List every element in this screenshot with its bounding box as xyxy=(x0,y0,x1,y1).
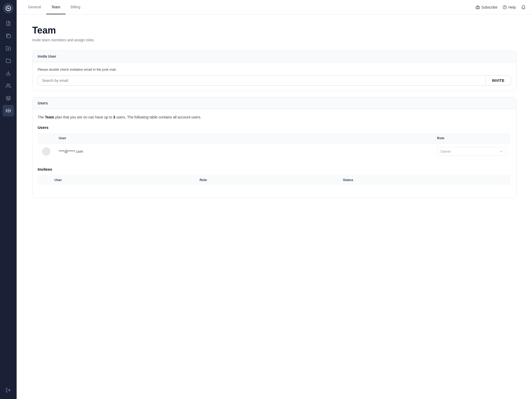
help-label: Help xyxy=(508,5,516,9)
users-table-label: Users xyxy=(38,125,511,130)
col-header-inv-role: Role xyxy=(195,175,339,185)
tab-team[interactable]: Team xyxy=(46,0,65,14)
invitees-label: Invitees xyxy=(38,167,511,171)
role-value: Owner xyxy=(441,149,451,154)
invite-user-card: Invite User Please double check invitati… xyxy=(32,50,516,91)
sidebar-item-files[interactable] xyxy=(3,30,14,42)
notifications-button[interactable] xyxy=(521,5,526,10)
subscribe-icon xyxy=(476,5,480,9)
svg-rect-10 xyxy=(476,6,479,9)
invite-card-body: Please double check invitation email in … xyxy=(32,62,516,91)
sidebar-item-logout[interactable] xyxy=(3,384,14,396)
users-card: Users The Team plan that you are on can … xyxy=(32,97,516,198)
main-content: General Team Billing Subscribe xyxy=(17,0,532,399)
sidebar-item-folder[interactable] xyxy=(3,55,14,66)
col-header-inv-user: User xyxy=(50,175,196,185)
svg-marker-7 xyxy=(6,96,11,98)
sidebar-item-add-folder[interactable] xyxy=(3,43,14,54)
user-avatar-cell xyxy=(38,143,55,160)
invite-card-header: Invite User xyxy=(32,51,516,62)
user-email-cell: ****@*****.com xyxy=(55,143,433,160)
svg-point-6 xyxy=(7,84,9,86)
sidebar-bottom xyxy=(3,384,14,396)
user-role-cell: Owner xyxy=(433,143,511,160)
sidebar-item-layers[interactable] xyxy=(3,92,14,104)
col-header-avatar xyxy=(38,133,55,143)
col-header-inv-status: Status xyxy=(339,175,511,185)
table-row: ****@*****.com Owner xyxy=(38,143,511,160)
avatar xyxy=(42,147,50,156)
sidebar-item-settings[interactable] xyxy=(3,105,14,116)
page-subtitle: Invite team members and assign roles. xyxy=(32,38,516,42)
topnav-tabs: General Team Billing xyxy=(23,0,85,14)
users-description: The Team plan that you are on can have u… xyxy=(38,114,511,120)
role-dropdown[interactable]: Owner xyxy=(437,147,507,156)
page-title: Team xyxy=(32,25,516,36)
col-header-role: Role xyxy=(433,133,511,143)
sidebar-item-team[interactable] xyxy=(3,80,14,91)
sidebar-item-new-file[interactable] xyxy=(3,18,14,29)
app-logo[interactable] xyxy=(3,3,14,14)
chevron-down-icon xyxy=(500,150,503,153)
invitees-table: User Role Status xyxy=(38,175,511,185)
tab-billing[interactable]: Billing xyxy=(65,0,85,14)
col-header-user: User xyxy=(55,133,433,143)
page-content: Team Invite team members and assign role… xyxy=(17,15,532,399)
plan-name: Team xyxy=(45,115,54,119)
email-search-input[interactable] xyxy=(38,76,486,85)
help-button[interactable]: Help xyxy=(503,5,516,9)
max-users: 3 xyxy=(113,115,115,119)
users-card-header: Users xyxy=(32,97,516,109)
users-card-body: The Team plan that you are on can have u… xyxy=(32,109,516,198)
invite-note: Please double check invitation email in … xyxy=(38,68,511,71)
help-icon xyxy=(503,5,507,9)
col-header-inv-avatar xyxy=(38,175,50,185)
topnav: General Team Billing Subscribe xyxy=(17,0,532,15)
users-table: User Role ****@*****.com Ow xyxy=(38,133,511,160)
tab-general[interactable]: General xyxy=(23,0,46,14)
topnav-actions: Subscribe Help xyxy=(476,5,526,10)
bell-icon xyxy=(521,5,526,10)
sidebar-item-download[interactable] xyxy=(3,68,14,79)
invite-row: INVITE xyxy=(38,76,511,85)
subscribe-label: Subscribe xyxy=(481,5,497,9)
subscribe-button[interactable]: Subscribe xyxy=(476,5,497,9)
sidebar xyxy=(0,0,17,399)
svg-point-8 xyxy=(8,110,9,111)
invite-button[interactable]: INVITE xyxy=(486,76,511,85)
